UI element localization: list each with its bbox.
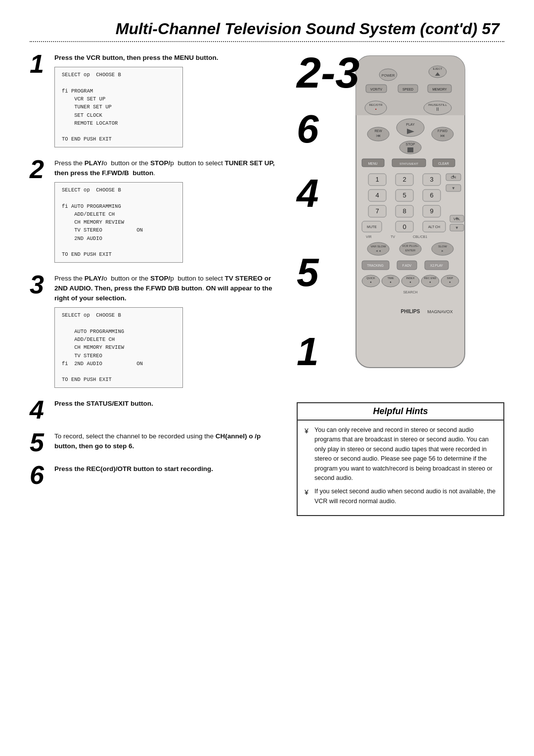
svg-text:◄◄: ◄◄ bbox=[375, 249, 381, 252]
svg-text:⏮: ⏮ bbox=[376, 133, 381, 138]
hint-text-2: If you select second audio when second a… bbox=[314, 487, 496, 506]
svg-text:3: 3 bbox=[430, 176, 433, 183]
svg-text:9: 9 bbox=[430, 207, 433, 215]
step-2-instruction: Press the PLAY/o button or the STOP/p bu… bbox=[54, 158, 277, 179]
svg-text:►: ► bbox=[441, 249, 444, 252]
svg-text:VCR/TV: VCR/TV bbox=[370, 88, 383, 91]
overlay-num-6: 6 bbox=[297, 109, 359, 149]
svg-text:ENTER: ENTER bbox=[405, 249, 416, 252]
step-3-number: 3 bbox=[30, 272, 48, 297]
svg-text:MEMORY: MEMORY bbox=[432, 88, 447, 91]
svg-text:5: 5 bbox=[402, 191, 406, 199]
svg-text:●: ● bbox=[429, 281, 431, 284]
svg-text:▼: ▼ bbox=[455, 226, 459, 230]
svg-text:6: 6 bbox=[430, 191, 433, 199]
step-4-number: 4 bbox=[30, 397, 48, 423]
svg-text:VAR SLOW: VAR SLOW bbox=[370, 245, 386, 248]
svg-point-20 bbox=[397, 119, 424, 137]
svg-text:●: ● bbox=[370, 281, 371, 284]
svg-text:▲: ▲ bbox=[451, 174, 455, 178]
svg-text:●: ● bbox=[390, 281, 391, 284]
step-5-instruction: To record, select the channel to be reco… bbox=[54, 431, 277, 452]
svg-text:SEARCH: SEARCH bbox=[403, 290, 417, 294]
svg-text:1: 1 bbox=[375, 176, 379, 183]
svg-text:ALT CH: ALT CH bbox=[428, 225, 440, 229]
svg-text:SKIP: SKIP bbox=[447, 277, 453, 280]
svg-text:REC/OTR: REC/OTR bbox=[369, 103, 383, 106]
svg-text:INDEX: INDEX bbox=[406, 277, 415, 280]
svg-text:REC END: REC END bbox=[424, 277, 437, 280]
step-4: 4 Press the STATUS/EXIT button. bbox=[30, 397, 277, 423]
svg-text:X2.PLAY: X2.PLAY bbox=[430, 264, 444, 267]
svg-text:PHILIPS: PHILIPS bbox=[401, 309, 420, 314]
step-2-content: Press the PLAY/o button or the STOP/p bu… bbox=[54, 156, 277, 263]
svg-text:STATUS/EXIT: STATUS/EXIT bbox=[400, 162, 418, 165]
main-layout: 1 Press the VCR button, then press the M… bbox=[30, 51, 504, 516]
svg-point-81 bbox=[432, 242, 453, 255]
step-3-instruction: Press the PLAY/o button or the STOP/p bu… bbox=[54, 274, 277, 304]
overlay-num-5: 5 bbox=[297, 253, 359, 292]
step-1-screen: SELECT op CHOOSE B fi PROGRAM VCR SET UP… bbox=[54, 67, 183, 147]
overlay-num-1: 1 bbox=[297, 332, 359, 372]
svg-rect-31 bbox=[407, 147, 413, 152]
right-column: 2-3 6 4 5 1 POWER bbox=[297, 51, 504, 516]
svg-text:8: 8 bbox=[402, 207, 406, 215]
svg-text:MUTE: MUTE bbox=[367, 225, 377, 229]
svg-text:TIME: TIME bbox=[387, 277, 394, 280]
svg-text:CLEAR: CLEAR bbox=[438, 162, 449, 165]
svg-text:▼: ▼ bbox=[451, 186, 455, 190]
step-1: 1 Press the VCR button, then press the M… bbox=[30, 51, 277, 147]
step-1-instruction: Press the VCR button, then press the MEN… bbox=[54, 53, 277, 63]
step-6: 6 Press the REC(ord)/OTR button to start… bbox=[30, 462, 277, 488]
step-1-number: 1 bbox=[30, 51, 48, 77]
helpful-hints-body: ¥ You can only receive and record in ste… bbox=[298, 421, 503, 515]
svg-text:STOP: STOP bbox=[406, 142, 415, 146]
svg-text:SLOW: SLOW bbox=[438, 245, 447, 248]
remote-control: POWER EJECT VCR/TV SPEED bbox=[341, 51, 480, 379]
hint-bullet-2: ¥ bbox=[305, 487, 312, 506]
step-4-content: Press the STATUS/EXIT button. bbox=[54, 397, 277, 409]
step-4-instruction: Press the STATUS/EXIT button. bbox=[54, 399, 277, 409]
svg-text:F.FWD: F.FWD bbox=[438, 129, 447, 133]
svg-text:VIR: VIR bbox=[366, 235, 372, 238]
step-3-screen: SELECT op CHOOSE B AUTO PROGRAMMING ADD/… bbox=[54, 307, 183, 387]
overlay-num-23: 2-3 bbox=[297, 51, 359, 94]
svg-text:●: ● bbox=[409, 281, 411, 284]
svg-text:CBL/CB1: CBL/CB1 bbox=[413, 235, 427, 238]
divider bbox=[30, 41, 504, 42]
overlay-num-4: 4 bbox=[297, 174, 359, 213]
page: Multi-Channel Television Sound System (c… bbox=[0, 0, 534, 756]
svg-text:●: ● bbox=[375, 107, 376, 110]
svg-text:2: 2 bbox=[402, 176, 406, 183]
step-6-content: Press the REC(ord)/OTR button to start r… bbox=[54, 462, 277, 474]
svg-text:SPEED: SPEED bbox=[402, 88, 413, 91]
svg-text:TV: TV bbox=[391, 235, 395, 238]
overlay-nums: 2-3 6 4 5 1 bbox=[297, 51, 359, 372]
svg-text:MENU: MENU bbox=[368, 162, 377, 165]
svg-text:TRACKING: TRACKING bbox=[367, 264, 384, 267]
svg-text:7: 7 bbox=[375, 207, 379, 215]
helpful-hints-box: Helpful Hints ¥ You can only receive and… bbox=[297, 402, 504, 516]
svg-text:MAGNAVOX: MAGNAVOX bbox=[427, 309, 452, 314]
svg-text:PLAY: PLAY bbox=[406, 123, 415, 126]
svg-text:POWER: POWER bbox=[382, 74, 395, 77]
svg-text:QUICK: QUICK bbox=[366, 277, 375, 280]
svg-point-75 bbox=[367, 242, 389, 255]
svg-text:⏸: ⏸ bbox=[435, 106, 440, 112]
svg-text:⏭: ⏭ bbox=[441, 133, 445, 138]
step-1-content: Press the VCR button, then press the MEN… bbox=[54, 51, 277, 147]
hint-text-1: You can only receive and record in stere… bbox=[314, 425, 496, 483]
step-2-screen: SELECT op CHOOSE B fi AUTO PROGRAMMING A… bbox=[54, 182, 183, 262]
svg-text:0: 0 bbox=[402, 223, 406, 231]
step-5-number: 5 bbox=[30, 429, 48, 455]
page-title: Multi-Channel Television Sound System (c… bbox=[30, 20, 504, 38]
svg-text:F.ADV: F.ADV bbox=[402, 264, 412, 267]
hint-item-1: ¥ You can only receive and record in ste… bbox=[305, 425, 496, 483]
helpful-hints-title: Helpful Hints bbox=[298, 403, 503, 421]
step-2-number: 2 bbox=[30, 156, 48, 182]
step-5: 5 To record, select the channel to be re… bbox=[30, 429, 277, 455]
svg-text:4: 4 bbox=[375, 191, 379, 199]
left-column: 1 Press the VCR button, then press the M… bbox=[30, 51, 282, 516]
hint-bullet-1: ¥ bbox=[305, 426, 312, 483]
hint-item-2: ¥ If you select second audio when second… bbox=[305, 487, 496, 506]
